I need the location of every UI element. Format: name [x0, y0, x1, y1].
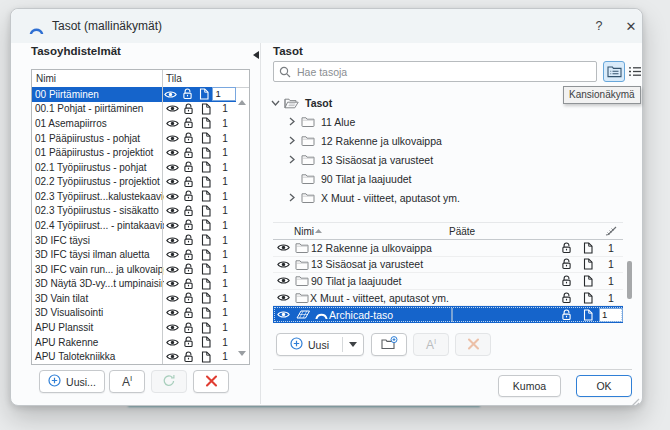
- layer-folder-table-row[interactable]: 12 Rakenne ja ulkovaippa 1: [273, 240, 623, 257]
- unlock-icon[interactable]: [179, 88, 196, 100]
- unlock-icon[interactable]: [181, 322, 198, 334]
- visibility-eye-icon[interactable]: [273, 310, 293, 319]
- visibility-eye-icon[interactable]: [164, 148, 181, 157]
- page-icon[interactable]: [197, 307, 214, 319]
- visibility-eye-icon[interactable]: [164, 177, 181, 186]
- cancel-button[interactable]: Kumoa: [498, 375, 561, 397]
- page-icon[interactable]: [197, 190, 214, 202]
- layer-folder-table-row[interactable]: X Muut - viitteet, aputasot ym. 1: [273, 290, 623, 307]
- page-icon[interactable]: [196, 88, 213, 100]
- close-button[interactable]: ✕: [619, 16, 643, 36]
- panel-splitter[interactable]: [260, 43, 261, 404]
- extension-field[interactable]: [451, 308, 453, 322]
- layer-combination-row[interactable]: 3D Vain tilat 1: [32, 291, 236, 306]
- tree-folder-row[interactable]: 90 Tilat ja laajuudet: [269, 169, 631, 188]
- chevron-right-icon[interactable]: [285, 155, 298, 164]
- unlock-icon[interactable]: [181, 190, 198, 202]
- unlock-icon[interactable]: [181, 176, 198, 188]
- unlock-icon[interactable]: [181, 219, 198, 231]
- chevron-right-icon[interactable]: [285, 117, 298, 126]
- layer-combination-row[interactable]: 00 Piirtäminen 1: [32, 87, 236, 102]
- visibility-eye-icon[interactable]: [164, 294, 181, 303]
- chevron-right-icon[interactable]: [285, 193, 298, 202]
- page-icon[interactable]: [577, 292, 599, 304]
- new-folder-button[interactable]: [371, 333, 407, 356]
- visibility-eye-icon[interactable]: [164, 163, 181, 172]
- page-icon[interactable]: [577, 242, 599, 254]
- search-input[interactable]: [295, 65, 596, 79]
- scrollbar-up-arrow[interactable]: [238, 91, 246, 109]
- visibility-eye-icon[interactable]: [273, 243, 293, 252]
- folder-view-toggle[interactable]: [603, 61, 625, 82]
- page-icon[interactable]: [197, 117, 214, 129]
- page-icon[interactable]: [197, 161, 214, 173]
- unlock-icon[interactable]: [181, 132, 198, 144]
- page-icon[interactable]: [197, 176, 214, 188]
- page-icon[interactable]: [197, 234, 214, 246]
- resize-grip[interactable]: [631, 393, 640, 411]
- delete-combination-button[interactable]: [193, 370, 229, 393]
- unlock-icon[interactable]: [556, 258, 577, 270]
- visibility-eye-icon[interactable]: [162, 90, 179, 99]
- layer-combination-row[interactable]: 3D IFC vain run... ja ulkovaippa 1: [32, 262, 236, 277]
- page-icon[interactable]: [577, 309, 599, 321]
- new-layer-split-button[interactable]: Uusi: [276, 333, 364, 356]
- layer-combination-row[interactable]: 02.3 Työpiirustus - sisäkatto 1: [32, 204, 236, 219]
- layer-combination-row[interactable]: 3D Visualisointi 1: [32, 306, 236, 321]
- visibility-eye-icon[interactable]: [164, 265, 181, 274]
- unlock-icon[interactable]: [181, 234, 198, 246]
- page-icon[interactable]: [577, 258, 599, 270]
- unlock-icon[interactable]: [181, 249, 198, 261]
- chevron-right-icon[interactable]: [285, 136, 298, 145]
- unlock-icon[interactable]: [181, 307, 198, 319]
- visibility-eye-icon[interactable]: [164, 352, 181, 361]
- help-button[interactable]: ?: [587, 16, 611, 36]
- page-icon[interactable]: [197, 132, 214, 144]
- dialog-titlebar[interactable]: Tasot (mallinäkymät) ? ✕: [11, 9, 642, 43]
- tree-folder-row[interactable]: 12 Rakenne ja ulkovaippa: [269, 131, 631, 150]
- unlock-icon[interactable]: [181, 278, 198, 290]
- tree-folder-row[interactable]: 13 Sisäosat ja varusteet: [269, 150, 631, 169]
- list-view-toggle[interactable]: [627, 61, 643, 82]
- layer-combination-row[interactable]: APU Rakenne 1: [32, 335, 236, 350]
- unlock-icon[interactable]: [556, 242, 577, 254]
- column-header-name[interactable]: Nimi: [294, 226, 314, 237]
- page-icon[interactable]: [197, 205, 214, 217]
- page-icon[interactable]: [197, 263, 214, 275]
- visibility-eye-icon[interactable]: [164, 104, 181, 113]
- layer-combination-row[interactable]: 02.4 Työpiirust... - pintakaaviot 1: [32, 218, 236, 233]
- visibility-eye-icon[interactable]: [164, 338, 181, 347]
- visibility-eye-icon[interactable]: [164, 192, 181, 201]
- visibility-eye-icon[interactable]: [164, 119, 181, 128]
- layer-combination-row[interactable]: 00.1 Pohjat - piirtäminen 1: [32, 102, 236, 117]
- unlock-icon[interactable]: [181, 351, 198, 363]
- page-icon[interactable]: [197, 351, 214, 363]
- new-combination-button[interactable]: Uusi...: [39, 370, 105, 393]
- visibility-eye-icon[interactable]: [273, 293, 293, 302]
- layer-table-row-selected[interactable]: Archicad-taso 1: [273, 306, 623, 323]
- page-icon[interactable]: [197, 249, 214, 261]
- page-icon[interactable]: [197, 147, 214, 159]
- unlock-icon[interactable]: [181, 292, 198, 304]
- layer-combination-row[interactable]: APU Planssit 1: [32, 320, 236, 335]
- page-icon[interactable]: [197, 292, 214, 304]
- visibility-eye-icon[interactable]: [164, 221, 181, 230]
- visibility-eye-icon[interactable]: [164, 323, 181, 332]
- scrollbar-down-arrow[interactable]: [238, 342, 246, 360]
- visibility-eye-icon[interactable]: [164, 279, 181, 288]
- visibility-eye-icon[interactable]: [273, 260, 293, 269]
- layer-combination-row[interactable]: 01 Asemapiirros 1: [32, 116, 236, 131]
- page-icon[interactable]: [197, 278, 214, 290]
- unlock-icon[interactable]: [556, 275, 577, 287]
- layer-combination-row[interactable]: 3D IFC täysi 1: [32, 233, 236, 248]
- visibility-eye-icon[interactable]: [164, 206, 181, 215]
- pen-number-field[interactable]: 1: [599, 308, 623, 322]
- layer-combination-row[interactable]: 3D IFC täysi ilman aluetta 1: [32, 247, 236, 262]
- unlock-icon[interactable]: [181, 117, 198, 129]
- chevron-down-icon[interactable]: [269, 100, 282, 106]
- layer-combination-row[interactable]: 02.2 Työpiirustus - projektiot 1: [32, 174, 236, 189]
- layer-combination-row[interactable]: 01 Pääpiirustus - projektiot 1: [32, 145, 236, 160]
- page-icon[interactable]: [577, 275, 599, 287]
- tree-folder-row[interactable]: 11 Alue: [269, 112, 631, 131]
- visibility-eye-icon[interactable]: [164, 134, 181, 143]
